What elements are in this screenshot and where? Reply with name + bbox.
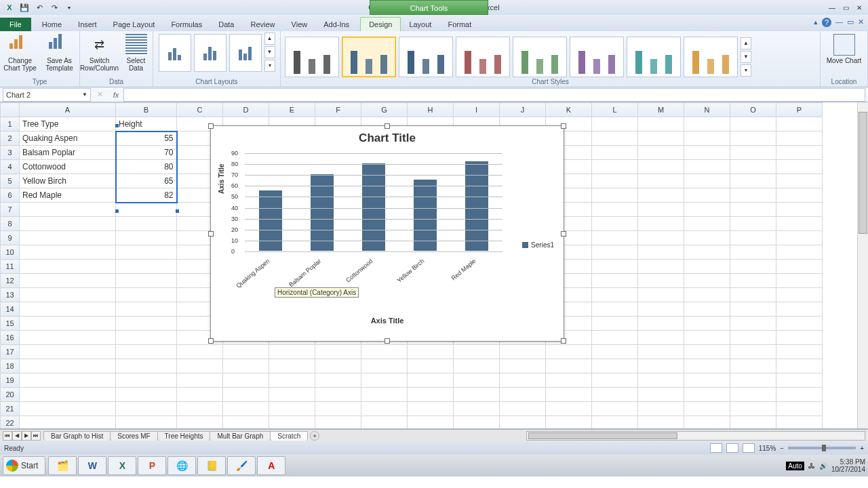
cell[interactable] [638,373,684,388]
cell[interactable] [592,317,638,331]
col-header[interactable]: H [408,103,454,117]
tab-insert[interactable]: Insert [70,18,105,31]
cell[interactable] [638,317,684,331]
chart-sizer[interactable] [384,123,390,129]
save-icon[interactable]: 💾 [18,1,31,14]
row-header[interactable]: 19 [1,373,20,388]
sheet-nav-prev-icon[interactable]: ◀ [12,431,22,441]
cell[interactable] [730,203,776,217]
cell[interactable] [500,388,546,402]
cell[interactable] [776,359,823,373]
cell[interactable]: Quaking Aspen [20,131,116,146]
cell[interactable] [116,260,177,274]
qat-dropdown-icon[interactable]: ▼ [62,1,76,14]
cell[interactable] [408,345,454,359]
col-header[interactable]: G [361,103,408,117]
cell[interactable] [592,203,638,217]
cell[interactable] [315,402,361,416]
cell[interactable] [408,402,454,416]
range-handle-tl[interactable] [115,124,119,127]
cell[interactable] [684,388,730,402]
chart-layout-2[interactable] [194,34,226,72]
cell[interactable]: 80 [116,160,177,174]
cell[interactable] [684,146,730,160]
cell[interactable] [361,345,408,359]
cell[interactable] [776,174,823,188]
chart-sizer[interactable] [208,338,214,344]
worksheet-area[interactable]: ABCDEFGHIJKLMNOP1Tree TypeHeight2Quaking… [0,102,868,429]
row-header[interactable]: 3 [1,146,20,160]
cell[interactable] [269,416,315,430]
chart-sizer[interactable] [561,338,566,344]
cell[interactable] [592,388,638,402]
cell[interactable] [592,274,638,288]
tab-view[interactable]: View [283,18,316,31]
row-header[interactable]: 15 [1,317,20,331]
row-header[interactable]: 12 [1,274,20,288]
cell[interactable] [730,131,776,146]
cell[interactable] [592,174,638,188]
cell[interactable] [592,131,638,146]
cell[interactable] [592,288,638,302]
tab-formulas[interactable]: Formulas [163,18,210,31]
cell[interactable] [638,274,684,288]
row-header[interactable]: 4 [1,160,20,174]
cell[interactable] [638,174,684,188]
row-header[interactable]: 6 [1,188,20,203]
cell[interactable] [454,345,500,359]
cell[interactable] [684,174,730,188]
cell[interactable] [730,245,776,260]
cell[interactable] [684,331,730,345]
cell[interactable] [638,117,684,131]
cell[interactable] [684,288,730,302]
cell[interactable] [269,402,315,416]
cell[interactable] [177,359,223,373]
row-header[interactable]: 9 [1,231,20,245]
cell[interactable] [730,117,776,131]
cell[interactable] [684,373,730,388]
chart-sizer[interactable] [208,231,214,237]
minimize-ribbon-icon[interactable]: ▴ [814,18,818,27]
cell[interactable] [592,188,638,203]
cell[interactable] [592,117,638,131]
cell[interactable]: Balsam Poplar [20,146,116,160]
cell[interactable] [361,359,408,373]
layouts-down-icon[interactable]: ▼ [264,46,275,58]
chart-style-6[interactable] [570,37,624,77]
cell[interactable] [638,288,684,302]
cell[interactable] [638,359,684,373]
cell[interactable] [177,416,223,430]
cell[interactable] [315,373,361,388]
y-axis-title[interactable]: Axis Title [218,164,225,194]
name-box[interactable]: Chart 2▼ [3,88,91,102]
tab-format[interactable]: Format [439,18,479,31]
row-header[interactable]: 11 [1,260,20,274]
cell[interactable] [269,359,315,373]
sheet-nav-next-icon[interactable]: ▶ [22,431,31,441]
zoom-slider[interactable] [788,447,856,449]
row-header[interactable]: 16 [1,331,20,345]
cell[interactable] [776,373,823,388]
cell[interactable] [592,217,638,231]
new-sheet-icon[interactable]: ＋ [310,431,319,441]
cell[interactable] [730,416,776,430]
chrome-icon[interactable]: 🌐 [167,456,196,475]
row-header[interactable]: 2 [1,131,20,146]
cell[interactable] [454,388,500,402]
cell[interactable]: 55 [116,131,177,146]
cell[interactable] [592,302,638,317]
cell[interactable]: Yellow Birch [20,174,116,188]
cell[interactable] [776,345,823,359]
sheet-tab[interactable]: Mult Bar Graph [210,431,271,441]
chart-style-5[interactable] [513,37,567,77]
cell[interactable] [454,373,500,388]
view-normal-icon[interactable] [710,443,722,453]
chart-title[interactable]: Chart Title [211,126,564,148]
chart-style-8[interactable] [684,37,738,77]
cell[interactable] [20,345,116,359]
wb-close-icon[interactable]: ✕ [858,18,864,27]
cell[interactable] [638,160,684,174]
cell[interactable] [361,416,408,430]
cell[interactable] [684,359,730,373]
cell[interactable] [776,388,823,402]
